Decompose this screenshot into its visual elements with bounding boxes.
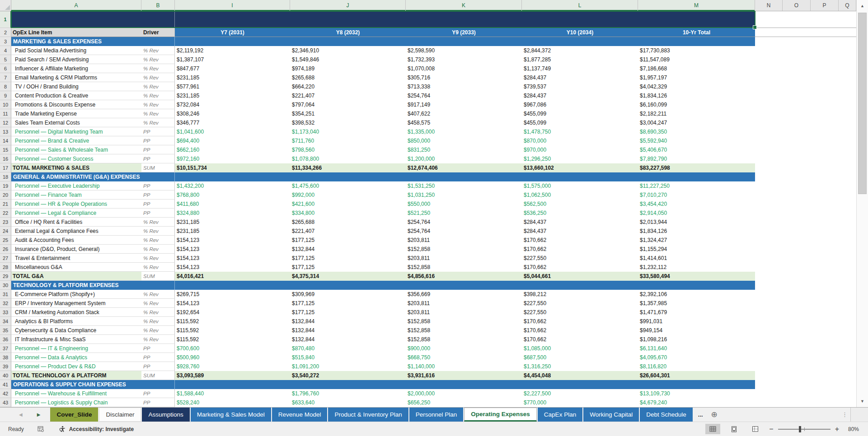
cell-L4[interactable]: $2,844,372 <box>522 46 638 55</box>
cell-A10[interactable]: Promotions & Discounts Expense <box>11 100 141 109</box>
cell-K28[interactable]: $152,858 <box>406 263 522 272</box>
row-header-7[interactable]: 7 <box>0 73 11 82</box>
row-header-28[interactable]: 28 <box>0 263 11 272</box>
row-header-40[interactable]: 40 <box>0 371 11 380</box>
cell-A9[interactable]: Content Production & Creative <box>11 91 141 100</box>
row-header-3[interactable]: 3 <box>0 37 11 46</box>
cell-K20[interactable]: $1,031,250 <box>406 190 522 199</box>
cell-A8[interactable]: TV / OOH / Brand Building <box>11 82 141 91</box>
cell-L20[interactable]: $1,062,500 <box>522 190 638 199</box>
cell-B43[interactable]: PP <box>141 398 175 407</box>
cell-M2[interactable]: 10-Yr Total <box>638 28 755 37</box>
row-header-42[interactable]: 42 <box>0 389 11 398</box>
cell-L25[interactable]: $170,662 <box>522 236 638 245</box>
cell-A26[interactable]: Insurance (D&O, Product, General) <box>11 245 141 254</box>
cell-K29[interactable]: $4,856,616 <box>406 272 522 281</box>
cell-L21[interactable]: $562,500 <box>522 199 638 209</box>
cell-K9[interactable]: $254,764 <box>406 91 522 100</box>
cell-B6[interactable]: % Rev <box>141 64 175 73</box>
next-sheet-icon[interactable]: ▶ <box>37 412 41 417</box>
cell-M40[interactable]: $26,604,301 <box>638 371 755 380</box>
row-header-29[interactable]: 29 <box>0 272 11 281</box>
cell-L42[interactable]: $2,227,500 <box>522 389 638 398</box>
cell-J14[interactable]: $711,760 <box>290 136 406 145</box>
cell-I33[interactable]: $192,654 <box>175 308 290 317</box>
cell-J40[interactable]: $3,540,272 <box>290 371 406 380</box>
cell-K40[interactable]: $3,931,616 <box>406 371 522 380</box>
cell-L8[interactable]: $739,537 <box>522 82 638 91</box>
cell-L35[interactable]: $170,662 <box>522 326 638 335</box>
cell-K2[interactable]: Y9 (2033) <box>406 28 522 37</box>
cell-I27[interactable]: $154,123 <box>175 254 290 263</box>
cell-K14[interactable]: $850,000 <box>406 136 522 145</box>
row-header-37[interactable]: 37 <box>0 344 11 353</box>
column-header-L[interactable]: L <box>522 0 638 11</box>
cell-K13[interactable]: $1,335,000 <box>406 127 522 136</box>
cell-A6[interactable]: Influencer & Affiliate Marketing <box>11 64 141 73</box>
cell-M33[interactable]: $1,471,679 <box>638 308 755 317</box>
row-header-22[interactable]: 22 <box>0 209 11 218</box>
cell-K15[interactable]: $831,250 <box>406 145 522 154</box>
cell-B21[interactable]: PP <box>141 199 175 209</box>
cell-J32[interactable]: $177,125 <box>290 299 406 308</box>
cell-A5[interactable]: Paid Search / SEM Advertising <box>11 55 141 64</box>
cell-L36[interactable]: $170,662 <box>522 335 638 344</box>
cell-B16[interactable]: PP <box>141 154 175 163</box>
row-header-2[interactable]: 2 <box>0 28 11 37</box>
cell-M17[interactable]: $83,227,598 <box>638 163 755 172</box>
row-header-27[interactable]: 27 <box>0 254 11 263</box>
cell-B5[interactable]: % Rev <box>141 55 175 64</box>
tab-marketing-sales-model[interactable]: Marketing & Sales Model <box>191 408 271 422</box>
cell-B17[interactable]: SUM <box>141 163 175 172</box>
cell-A21[interactable]: Personnel — HR & People Operations <box>11 199 141 209</box>
cell-B15[interactable]: PP <box>141 145 175 154</box>
cell-A7[interactable]: Email Marketing & CRM Platforms <box>11 73 141 82</box>
zoom-level-label[interactable]: 80% <box>844 426 859 432</box>
cell-I13[interactable]: $1,041,600 <box>175 127 290 136</box>
tab-splitter-icon[interactable]: ⋮ <box>839 408 850 422</box>
row-header-30[interactable]: 30 <box>0 281 11 290</box>
cell-I17[interactable]: $10,151,734 <box>175 163 290 172</box>
cell-M5[interactable]: $11,547,089 <box>638 55 755 64</box>
cell-L14[interactable]: $870,000 <box>522 136 638 145</box>
cell-J5[interactable]: $1,549,846 <box>290 55 406 64</box>
cell-I23[interactable]: $231,185 <box>175 218 290 227</box>
row-header-34[interactable]: 34 <box>0 317 11 326</box>
cell-A22[interactable]: Personnel — Legal & Compliance <box>11 209 141 218</box>
row-header-39[interactable]: 39 <box>0 362 11 371</box>
cell-L39[interactable]: $1,316,250 <box>522 362 638 371</box>
cell-L15[interactable]: $970,000 <box>522 145 638 154</box>
cell-I9[interactable]: $231,185 <box>175 91 290 100</box>
row-header-17[interactable]: 17 <box>0 163 11 172</box>
cell-K36[interactable]: $152,858 <box>406 335 522 344</box>
cell-M10[interactable]: $6,160,099 <box>638 100 755 109</box>
cell-L6[interactable]: $1,137,749 <box>522 64 638 73</box>
cell-A15[interactable]: Personnel — Sales & Wholesale Team <box>11 145 141 154</box>
row-header-6[interactable]: 6 <box>0 64 11 73</box>
cell-M20[interactable]: $7,010,270 <box>638 190 755 199</box>
cell-I16[interactable]: $972,160 <box>175 154 290 163</box>
cell-B8[interactable]: % Rev <box>141 82 175 91</box>
cell-L11[interactable]: $455,099 <box>522 109 638 118</box>
cell-M7[interactable]: $1,957,197 <box>638 73 755 82</box>
cell-J6[interactable]: $974,189 <box>290 64 406 73</box>
cell-A43[interactable]: Personnel — Logistics & Supply Chain <box>11 398 141 407</box>
row-header-32[interactable]: 32 <box>0 299 11 308</box>
cell-M9[interactable]: $1,834,126 <box>638 91 755 100</box>
cell-I7[interactable]: $231,185 <box>175 73 290 82</box>
row-header-11[interactable]: 11 <box>0 109 11 118</box>
cell-J33[interactable]: $177,125 <box>290 308 406 317</box>
cell-title[interactable] <box>11 11 755 28</box>
vertical-scrollbar-thumb[interactable] <box>858 13 867 194</box>
cell-M25[interactable]: $1,324,427 <box>638 236 755 245</box>
cell-B42[interactable]: PP <box>141 389 175 398</box>
cell-M11[interactable]: $2,182,211 <box>638 109 755 118</box>
column-header-A[interactable]: A <box>11 0 141 11</box>
cell-I24[interactable]: $231,185 <box>175 227 290 236</box>
cell-I26[interactable]: $154,123 <box>175 245 290 254</box>
cell-B19[interactable]: PP <box>141 181 175 190</box>
cell-M43[interactable]: $4,679,240 <box>638 398 755 407</box>
cell-L34[interactable]: $170,662 <box>522 317 638 326</box>
cell-K39[interactable]: $1,140,000 <box>406 362 522 371</box>
row-header-41[interactable]: 41 <box>0 380 11 389</box>
